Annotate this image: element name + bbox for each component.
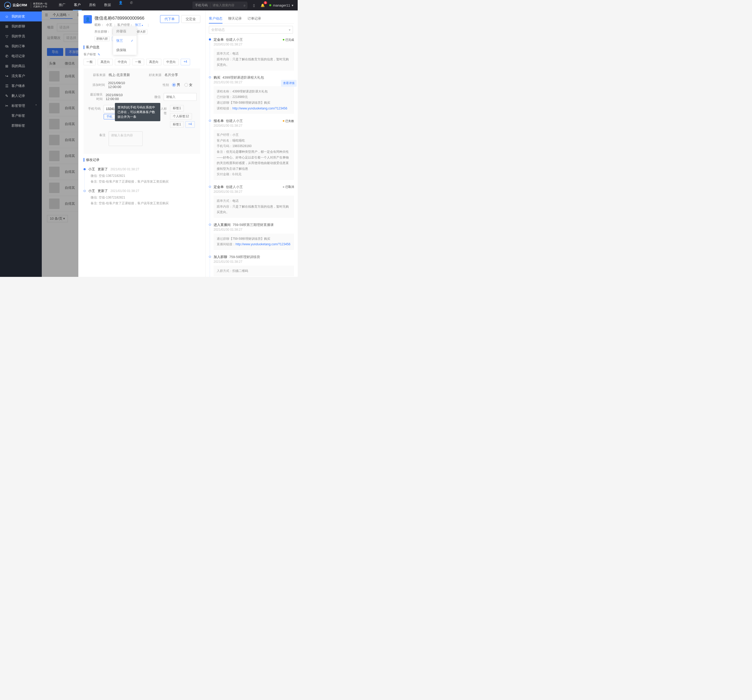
wechat-input[interactable] (164, 93, 197, 101)
sidebar-item[interactable]: 群聊标签 (0, 121, 42, 131)
phone-tag[interactable]: 手机 (104, 114, 115, 119)
radio-female[interactable]: 女 (184, 82, 193, 87)
sidebar-label: 客户标签 (11, 114, 25, 118)
status-badge: 已失败 (283, 119, 294, 123)
sidebar-label: 流失客户 (11, 74, 25, 78)
label-lastchat: 最近聊天时间 (87, 92, 103, 101)
dropdown-option[interactable]: 张三✓ (113, 36, 137, 45)
ptag[interactable]: 标签1 (170, 121, 184, 128)
log-item: 小王更新了2021/01/30 01:38:27 微信:空值-136721828… (84, 187, 200, 208)
sidebar-icon: ✎ (5, 94, 9, 98)
tab-chat[interactable]: 聊天记录 (228, 14, 242, 23)
menu-customer[interactable]: 客户 (73, 0, 82, 11)
sidebar-icon: ☰ (5, 84, 9, 88)
timeline-card: 客户经理：小王客户姓名：唔吃唔吃手机号码：19833528160备注：但无论是哪… (214, 129, 294, 180)
sidebar-item[interactable]: ⊞我的商品 (0, 61, 42, 71)
activity-filter[interactable]: 全部动态▾ (209, 26, 293, 34)
check-icon: ✓ (131, 39, 134, 43)
ptag[interactable]: 标签1 (170, 105, 184, 112)
sidebar-icon: ↪ (5, 74, 9, 78)
timeline-card: 跟单方式：电话跟单内容：只是了解在线教育方面的信息，暂时无购买意向。 (214, 196, 294, 218)
sidebar-label: 我的学员 (11, 34, 25, 39)
tag-list: 一般 高意向 中意向 一般 高意向 中意向 +4 (84, 59, 200, 65)
bell-icon[interactable]: 🔔5 (260, 3, 265, 8)
log-item: 小王更新了2021/01/30 01:38:27 微信:空值-136721828… (84, 165, 200, 187)
info-box: 获客来源 线上-北京昱新 好友来源 名片分享 添加时间 2021/09/10 1… (84, 68, 200, 154)
timeline-dot-icon (209, 256, 211, 258)
sidebar-label: 我的订单 (11, 44, 25, 48)
status-badge: 已取消 (283, 185, 294, 189)
logo: ☁ 云朵CRM 教育机构一站式服务云平台 (4, 2, 47, 9)
customer-drawer: 👤 微信名称6789990000966 昵称：小王 | 客户经理：张三 | 所在… (78, 11, 298, 277)
tag-chip[interactable]: 一般 (132, 59, 144, 65)
sidebar-item[interactable]: ☰客户继承 (0, 81, 42, 91)
label-source: 获客来源 (87, 73, 106, 77)
tab-activity[interactable]: 客户动态 (209, 14, 222, 23)
ptag[interactable]: 个人标签12 (170, 113, 192, 120)
place-order-button[interactable]: 代下单 (160, 15, 179, 23)
user-icon[interactable]: 👤 (118, 0, 123, 5)
tag-chip[interactable]: 中意向 (163, 59, 179, 65)
label-addtime: 添加时间 (87, 83, 105, 87)
tag-more[interactable]: +4 (181, 59, 190, 65)
sidebar-icon: ▽ (5, 34, 9, 38)
manager-dropdown-trigger[interactable]: 张三 (135, 23, 146, 27)
log-dot-icon (84, 168, 85, 170)
username: manager11 (273, 3, 290, 7)
top-right: 手机号码 ⌕ ▯ 🔔5 manager11 ▾ (193, 2, 294, 9)
tag-chip[interactable]: 高意向 (98, 59, 113, 65)
timeline-card: 查看详情课程名称：4399理财课进阶课大礼包已付款项：2218989元通过群聊【… (214, 86, 294, 114)
label-groups: 所在群聊： (95, 30, 110, 34)
sidebar-item[interactable]: ✆电话记录 (0, 51, 42, 61)
user-menu[interactable]: manager11 ▾ (269, 3, 294, 7)
timeline-dot-icon (209, 38, 211, 40)
sidebar-item[interactable]: 客户标签 (0, 111, 42, 121)
sidebar-item[interactable]: ☺我的好友 (0, 11, 42, 22)
sidebar-item[interactable]: ✂标签管理˄ (0, 101, 42, 111)
sidebar-item[interactable]: ▽我的学员 (0, 31, 42, 41)
timeline-item: 进入直播间759-59班第三期理财直播课 2021/01/30 01:38:27… (209, 222, 294, 255)
sidebar-item[interactable]: 🛍我的订单 (0, 41, 42, 51)
search-icon[interactable]: ⌕ (242, 3, 247, 8)
sidebar-icon: ✂ (5, 104, 9, 108)
value-lastchat: 2021/09/10 12:00:00 (106, 93, 132, 101)
search-type[interactable]: 手机号码 (193, 3, 210, 8)
remark-textarea[interactable]: 请输入备注内容 (109, 131, 143, 146)
label-tags: 客户标签 (84, 52, 96, 57)
sidebar-item[interactable]: ⊞我的群聊 (0, 22, 42, 31)
menu-promote[interactable]: 推广 (58, 0, 67, 11)
logo-icon: ☁ (4, 2, 11, 9)
view-detail-button[interactable]: 查看详情 (281, 80, 297, 87)
timeline-card: 跟单方式：电话跟单内容：只是了解在线教育方面的信息，暂时无购买意向。 (214, 48, 294, 70)
group-chip: 群聊六群 (95, 36, 110, 41)
sidebar-label: 我的商品 (11, 64, 25, 68)
link[interactable]: http://www.yunduoketang.com/?123456 (236, 243, 291, 246)
timeline-card: 通过群聊【759-59班理财训练营】购买直播间链接：http://www.yun… (214, 233, 294, 250)
sidebar-item[interactable]: ✎删人记录 (0, 91, 42, 101)
tag-chip[interactable]: 高意向 (146, 59, 162, 65)
dropdown-option[interactable]: 俱保咏 (113, 45, 137, 55)
tag-chip[interactable]: 中意向 (115, 59, 130, 65)
tab-orders[interactable]: 订单记录 (247, 14, 261, 23)
deposit-button[interactable]: 交定金 (181, 15, 200, 23)
phone-icon[interactable]: ✆ (129, 0, 134, 5)
sidebar-item[interactable]: ↪流失客户 (0, 71, 42, 81)
logo-text: 云朵CRM (12, 3, 27, 8)
dropdown-option[interactable]: 师馨薇 (113, 26, 137, 36)
tag-chip[interactable]: 一般 (84, 59, 96, 65)
timeline-dot-icon (209, 224, 211, 226)
chevron-up-icon: ˄ (35, 104, 37, 108)
mobile-icon[interactable]: ▯ (252, 3, 256, 8)
label-phone: 手机号码 (87, 107, 101, 111)
value-source: 线上-北京昱新 (109, 73, 130, 77)
search-input[interactable] (210, 3, 242, 7)
radio-male[interactable]: 男 (172, 82, 180, 87)
menu-data[interactable]: 数据 (103, 0, 112, 11)
edit-icon[interactable]: ✎ (98, 53, 100, 56)
menu-qc[interactable]: 质检 (88, 0, 97, 11)
manager-dropdown: 师馨薇 张三✓ 俱保咏 (113, 26, 137, 55)
ptag-more[interactable]: +4 (185, 121, 195, 128)
label-remark: 备注 (87, 133, 106, 137)
top-nav: ☁ 云朵CRM 教育机构一站式服务云平台 推广 客户 质检 数据 👤 ✆ 手机号… (0, 0, 298, 11)
link[interactable]: http://www.yunduoketang.com/?123456 (232, 107, 287, 110)
